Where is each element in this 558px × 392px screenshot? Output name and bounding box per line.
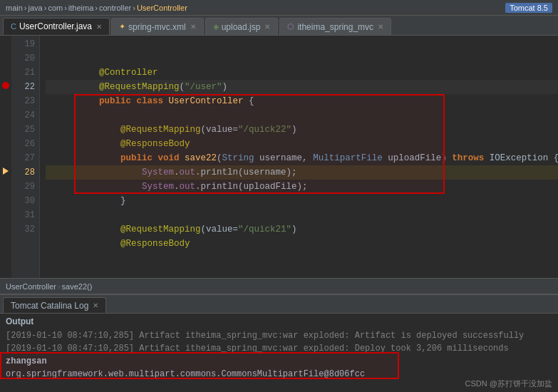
gutter-19 (0, 36, 11, 50)
ln-19: 19 (11, 37, 35, 51)
gutter-22 (0, 78, 11, 93)
code-line-20: @Controller (46, 51, 558, 66)
ln-32: 32 (11, 222, 35, 237)
ln-23: 23 (11, 94, 35, 108)
breadcrumb-usercontroller[interactable]: UserController (137, 4, 187, 12)
breakpoint-22[interactable] (2, 82, 9, 89)
gutter-27 (0, 150, 11, 164)
gutter-30 (0, 192, 11, 207)
ln-20: 20 (11, 51, 35, 66)
ln-31: 31 (11, 208, 35, 222)
tab-itheima-label: itheima_spring_mvc (297, 22, 373, 32)
status-method: save22() (62, 282, 93, 291)
kw-public-class: public class (99, 96, 163, 106)
console-line-1: [2019-01-10 08:47:10,285] Artifact ithei… (6, 329, 552, 342)
tab-usercontroller-label: UserController.java (19, 21, 92, 31)
breadcrumb-sep-2: › (44, 4, 47, 12)
tab-upload-label: upload.jsp (222, 22, 261, 32)
breadcrumb-controller[interactable]: controller (99, 4, 131, 12)
console-line-3: zhangsan (6, 355, 552, 368)
string-user-path: "/user" (185, 82, 222, 92)
tab-usercontroller[interactable]: C UserController.java ✕ (3, 18, 110, 35)
console-line-2: [2019-01-10 08:47:10,285] Artifact ithei… (6, 342, 552, 355)
bottom-tab-close[interactable]: ✕ (93, 301, 98, 309)
bottom-tab-label: Tomcat Catalina Log (11, 301, 88, 311)
ln-21: 21 (11, 66, 35, 80)
gutter-31 (0, 207, 11, 221)
tab-close-upload[interactable]: ✕ (264, 23, 270, 31)
gutter-21 (0, 64, 11, 78)
gutter-26 (0, 135, 11, 150)
gutter-28 (0, 164, 11, 178)
console-timestamp-1: [2019-01-10 08:47:10,285] Artifact ithei… (6, 331, 524, 341)
sys-out-27: System (142, 167, 174, 177)
console-multipart: org.springframework.web.multipart.common… (6, 369, 365, 379)
line-numbers: 19 20 21 22 23 24 25 26 27 28 29 30 31 3… (11, 36, 40, 278)
breadcrumb-bar: main › java › com › itheima › controller… (0, 0, 558, 16)
breadcrumb-sep-1: › (24, 4, 27, 12)
annotation-requestmapping-class: @RequestMapping (99, 82, 180, 92)
param-multipart: MultipartFile (313, 153, 383, 163)
code-line-31: @RequestMapping(value="/quick21") (46, 208, 558, 222)
tab-itheima[interactable]: ⬡ itheima_spring_mvc ✕ (279, 18, 391, 35)
breadcrumb-sep-4: › (95, 4, 98, 12)
breadcrumb-main[interactable]: main (6, 4, 23, 12)
breadcrumb-sep-5: › (133, 4, 135, 12)
annotation-controller: @Controller (99, 68, 158, 78)
ln-30: 30 (11, 194, 35, 208)
tab-close-usercontroller[interactable]: ✕ (96, 23, 102, 31)
ln-27: 27 (11, 151, 35, 165)
bottom-tab-catalina[interactable]: Tomcat Catalina Log ✕ (3, 297, 106, 313)
ln-25: 25 (11, 123, 35, 137)
breadcrumb-com[interactable]: com (48, 4, 63, 12)
ln-26: 26 (11, 137, 35, 151)
code-content[interactable]: @Controller @RequestMapping("/user") pub… (40, 36, 558, 278)
code-line-24: @RequestMapping(value="/quick22") (46, 108, 558, 123)
annotation-responsebody-32: @ResponseBody (120, 239, 190, 249)
gutter-icons (0, 36, 11, 278)
kw-public-void: public void (120, 153, 180, 163)
tomcat-badge: Tomcat 8.5 (505, 3, 552, 13)
kw-throws: throws (452, 153, 484, 163)
bottom-tab-bar: Tomcat Catalina Log ✕ (0, 295, 558, 314)
code-line-19 (46, 37, 558, 51)
annotation-requestmapping-31: @RequestMapping (120, 225, 201, 234)
editor-status-bar: UserController › save22() (0, 278, 558, 294)
tab-upload[interactable]: ◈ upload.jsp ✕ (205, 18, 279, 35)
tab-springmvc[interactable]: ✦ spring-mvc.xml ✕ (111, 18, 204, 35)
annotation-requestmapping-24: @RequestMapping (120, 125, 201, 135)
breadcrumb-java[interactable]: java (29, 4, 43, 12)
breadcrumb-sep-3: › (64, 4, 67, 12)
editor-area: 19 20 21 22 23 24 25 26 27 28 29 30 31 3… (0, 36, 558, 278)
gutter-24 (0, 107, 11, 121)
watermark: CSDN @苏打饼干没加盐 (465, 378, 552, 389)
status-usercontroller: UserController (6, 282, 56, 291)
ln-24: 24 (11, 108, 35, 123)
gutter-20 (0, 50, 11, 64)
tab-bar: C UserController.java ✕ ✦ spring-mvc.xml… (0, 16, 558, 36)
gutter-23 (0, 93, 11, 107)
classname-usercontroller: UserController (169, 96, 244, 106)
param-string: String (222, 153, 254, 163)
annotation-responsebody-25: @ResponseBody (120, 139, 190, 149)
ln-28: 28 (11, 165, 35, 180)
status-arrow: › (58, 282, 61, 291)
tab-close-itheima[interactable]: ✕ (378, 23, 383, 31)
bottom-panel: Tomcat Catalina Log ✕ Output [2019-01-10… (0, 294, 558, 392)
string-quick22: "/quick22" (238, 125, 291, 135)
output-label: Output (0, 314, 558, 328)
current-line-arrow (3, 167, 9, 175)
tab-close-springmvc[interactable]: ✕ (190, 23, 196, 31)
method-save22: save22 (185, 153, 217, 163)
gutter-29 (0, 178, 11, 192)
gutter-25 (0, 121, 11, 135)
gutter-32 (0, 221, 11, 235)
console-timestamp-2: [2019-01-10 08:47:10,285] Artifact ithei… (6, 344, 509, 354)
sys-out-28: System (142, 182, 174, 192)
console-area: [2019-01-10 08:47:10,285] Artifact ithei… (0, 328, 558, 382)
breadcrumb-itheima[interactable]: itheima (68, 4, 93, 12)
string-quick21: "/quick21" (238, 225, 291, 234)
ln-29: 29 (11, 180, 35, 194)
ln-22: 22 (11, 80, 35, 94)
tab-springmvc-label: spring-mvc.xml (128, 22, 186, 32)
